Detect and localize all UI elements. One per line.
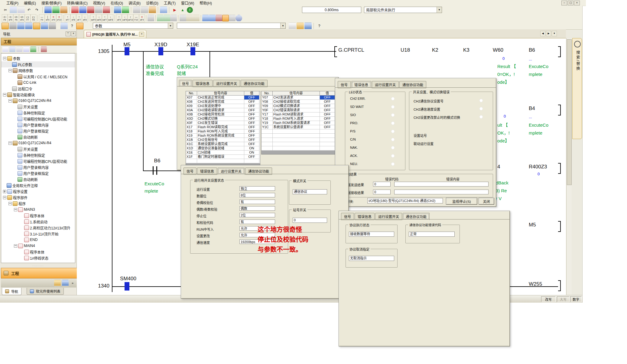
x-signal-table[interactable]: No.信号内容值 X07CH2发送正常完成OFF X08CH2发送异常完成OFF… <box>186 91 260 167</box>
operand-b6[interactable]: B6 <box>529 47 535 53</box>
find-contact-icon[interactable] <box>87 7 94 13</box>
maximize-icon[interactable]: ▢ <box>568 1 573 5</box>
table-row[interactable]: X1D通信协议准备就绪ON <box>186 146 260 151</box>
collapse-icon[interactable] <box>3 57 6 60</box>
table-row[interactable]: Y0FCH2错误清除请求OFF <box>262 108 336 112</box>
pulse-nc2-button[interactable]: ↑saF7 <box>102 14 108 22</box>
table-row[interactable]: X18Flash ROM写入完成OFF <box>186 129 260 134</box>
open-project-icon[interactable] <box>297 23 304 29</box>
output-window-icon[interactable] <box>17 23 24 29</box>
read-mode-icon[interactable] <box>216 15 222 21</box>
watch-window-icon[interactable] <box>33 23 40 29</box>
tab-navigation[interactable]: 导航 <box>2 288 21 295</box>
sort-icon[interactable] <box>41 47 47 52</box>
vline-button[interactable]: │sF9 <box>45 14 50 22</box>
undo-icon[interactable]: ↶ <box>25 7 33 13</box>
tree-item-ethernet[interactable]: 以太网 / CC IE / MELSECN <box>1 73 75 80</box>
minimize-icon[interactable]: – <box>561 1 567 5</box>
tree-item-global-comment[interactable]: 全局软元件注释 <box>1 182 75 188</box>
invert-result-button[interactable]: ↑aF5 <box>116 14 122 22</box>
hline-input-button[interactable]: —F10 <box>133 14 139 22</box>
chevron-down-icon[interactable]: ▼ <box>437 7 442 13</box>
menu-edit[interactable]: 编辑(E) <box>21 0 39 6</box>
refresh-icon[interactable] <box>30 47 36 52</box>
cross-reference-icon[interactable] <box>79 7 86 13</box>
read-from-plc-icon[interactable] <box>52 7 60 13</box>
local-device-exec-dropdown[interactable]: 局部软元件未执行 ▼ <box>364 7 442 13</box>
copy-icon[interactable] <box>10 7 17 13</box>
tree-item-various-control[interactable]: 各种控制指定 <box>1 110 75 116</box>
monitor-window-icon[interactable] <box>160 7 167 13</box>
rising-pulse-branch-button[interactable]: ↑aF7 <box>76 14 82 22</box>
table-row[interactable]: X09CH2发送处理中OFF <box>186 104 260 108</box>
device-find-icon[interactable] <box>71 7 79 13</box>
table-row[interactable]: X0BCH2接收异常检测OFF <box>186 112 260 117</box>
contact-sm400[interactable] <box>125 282 129 291</box>
table-row[interactable]: Y1C系统设置默认值请求OFF <box>262 125 336 129</box>
more-panes-icon[interactable]: » <box>70 280 75 286</box>
write-to-plc-icon[interactable] <box>44 7 52 13</box>
tree-item-module-0160[interactable]: 0160:QJ71C24N-R4 <box>1 98 75 104</box>
editor-vscrollbar[interactable] <box>566 38 572 295</box>
tree-item-user-frame-content[interactable]: 用户登录框内容 <box>1 122 75 128</box>
tree-item-main3[interactable]: MAIN3 <box>1 206 75 213</box>
close-tab-icon[interactable]: × <box>139 32 144 37</box>
edit-ladder-icon[interactable] <box>157 15 164 21</box>
write-monitor-mode-icon[interactable] <box>222 15 229 21</box>
table-row[interactable]: X08CH2发送异常完成OFF <box>186 100 260 104</box>
binoculars-icon[interactable] <box>76 23 83 29</box>
tree-item-main4[interactable]: MAIN4 <box>1 243 75 249</box>
tree-item-program-setting[interactable]: 程序设置 <box>1 188 75 194</box>
falling-pulse-branch-button[interactable]: ↓aF8 <box>82 14 88 22</box>
search-replace-sidetab[interactable]: 搜索/替换 <box>572 38 582 139</box>
verify-with-plc-icon[interactable] <box>60 7 67 13</box>
redo-icon[interactable]: ↷ <box>33 7 41 13</box>
statement-icon[interactable] <box>180 15 186 21</box>
collapse-icon[interactable] <box>8 202 12 205</box>
property-icon[interactable] <box>23 47 29 52</box>
menu-compile[interactable]: 转换/编译(C) <box>64 0 90 6</box>
monitor-stop-icon[interactable]: ▲ <box>179 7 186 13</box>
tree-item-various-control[interactable]: 各种控制指定 <box>1 152 75 158</box>
pulse-result-button[interactable]: ↓caF5 <box>122 14 128 22</box>
cut-icon[interactable]: ✂ <box>2 7 9 13</box>
collapse-icon[interactable] <box>8 69 12 72</box>
tree-item-section3[interactable]: 3.1#-11#顶升开始 <box>1 231 75 237</box>
table-row[interactable]: X19Flash ROM系统设置完成OFF <box>186 134 260 138</box>
tree-item-intelligent-module[interactable]: 智能功能模块 <box>1 92 75 98</box>
table-row[interactable]: X1EC24就绪ON <box>186 151 260 155</box>
tree-item-program-body[interactable]: 程序本体 <box>1 249 75 255</box>
save-project-icon[interactable] <box>304 23 312 29</box>
tree-item-switch-setting[interactable]: 开关设置 <box>1 104 75 110</box>
menu-diagnostics[interactable]: 诊断(D) <box>143 0 161 6</box>
find-coil-icon[interactable] <box>95 7 102 13</box>
tree-item-cpu-monitor[interactable]: 可编程控制器CPU监视功能 <box>1 116 75 122</box>
collapse-icon[interactable] <box>3 93 6 96</box>
chevron-down-icon[interactable]: ▼ <box>280 23 285 28</box>
chevron-down-icon[interactable]: ▼ <box>168 23 173 28</box>
operand-u18[interactable]: U18 <box>401 47 410 53</box>
jump-icon[interactable] <box>149 7 156 13</box>
connection-destination-icon[interactable] <box>62 280 69 286</box>
track-change2-icon[interactable] <box>209 15 216 21</box>
navigation-window-icon[interactable] <box>2 23 9 29</box>
table-row[interactable]: X0FCH2发生错误OFF <box>186 121 260 125</box>
table-row[interactable]: Y18Flash ROM写入请求OFF <box>262 117 336 121</box>
vscrollbar-thumb[interactable] <box>567 39 572 185</box>
expand-icon[interactable] <box>3 190 6 193</box>
device-comment-icon[interactable] <box>193 15 200 21</box>
new-item-icon[interactable] <box>2 47 8 52</box>
tab-list-icon[interactable]: ▼ <box>552 31 557 36</box>
operand-r400z3[interactable]: R400Z3 <box>529 164 547 170</box>
tree-item-switch-setting[interactable]: 开关设置 <box>1 146 75 152</box>
tree-item-remote-password[interactable]: 远程口令 <box>1 86 75 92</box>
collapse-icon[interactable] <box>8 99 12 102</box>
note-icon[interactable] <box>186 15 193 21</box>
paste-icon[interactable] <box>18 7 25 13</box>
operand-b4[interactable]: B4 <box>529 106 535 112</box>
table-row[interactable]: Y09CH2模式切换请求OFF <box>262 104 336 108</box>
table-row[interactable]: X1F看门狗定时器错误OFF <box>186 155 260 159</box>
zoom-icon[interactable] <box>236 15 242 21</box>
menu-view[interactable]: 视图(V) <box>90 0 108 6</box>
collapse-icon[interactable] <box>14 244 17 248</box>
